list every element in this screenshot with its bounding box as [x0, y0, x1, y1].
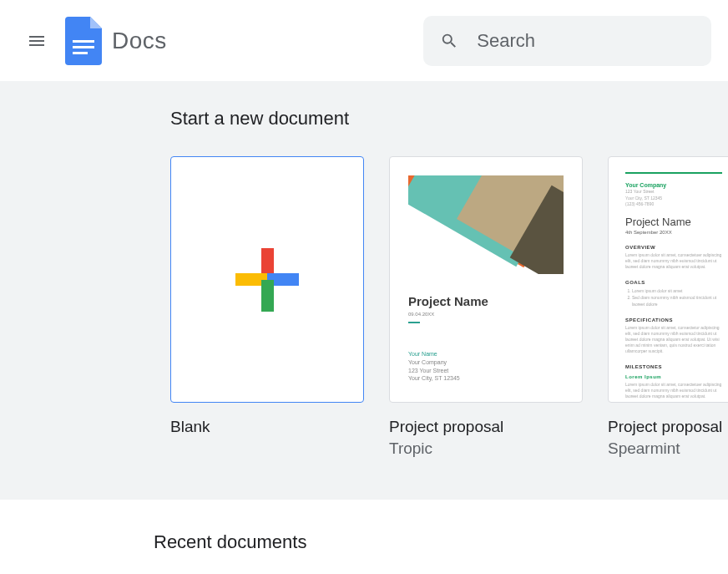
search-icon [440, 30, 458, 52]
header: Docs [0, 0, 728, 81]
template-spearmint[interactable]: Your Company 123 Your Street Your City, … [608, 156, 728, 458]
preview-date: 09.04.20XX [408, 312, 564, 317]
template-blank[interactable]: Blank [170, 156, 364, 458]
svg-rect-0 [73, 40, 94, 43]
plus-icon [235, 248, 299, 312]
template-tropic[interactable]: Project Name 09.04.20XX Your Name Your C… [389, 156, 583, 458]
template-title: Project proposal [608, 418, 728, 436]
template-title: Project proposal [389, 418, 583, 436]
template-subtitle: Tropic [389, 439, 583, 458]
svg-rect-1 [73, 46, 94, 48]
recent-documents-label: Recent documents [154, 531, 728, 553]
search-box[interactable] [423, 16, 711, 66]
main-menu-button[interactable] [17, 21, 57, 61]
start-new-document-label: Start a new document [170, 108, 728, 130]
svg-rect-2 [73, 52, 88, 54]
docs-file-icon [65, 17, 102, 65]
template-subtitle: Spearmint [608, 439, 728, 458]
template-section: Start a new document Blank [0, 81, 728, 500]
search-input[interactable] [477, 30, 695, 52]
hamburger-icon [27, 31, 47, 51]
template-spearmint-thumb: Your Company 123 Your Street Your City, … [608, 156, 728, 403]
app-title: Docs [112, 28, 167, 54]
template-title: Blank [170, 418, 364, 436]
preview-title: Project Name [408, 294, 564, 308]
docs-logo[interactable]: Docs [65, 17, 167, 65]
template-tropic-thumb: Project Name 09.04.20XX Your Name Your C… [389, 156, 583, 403]
templates-row: Blank Project Name 09.04.20XX Your Name [170, 156, 728, 458]
template-blank-thumb [170, 156, 364, 403]
recent-section: Recent documents [0, 500, 728, 553]
